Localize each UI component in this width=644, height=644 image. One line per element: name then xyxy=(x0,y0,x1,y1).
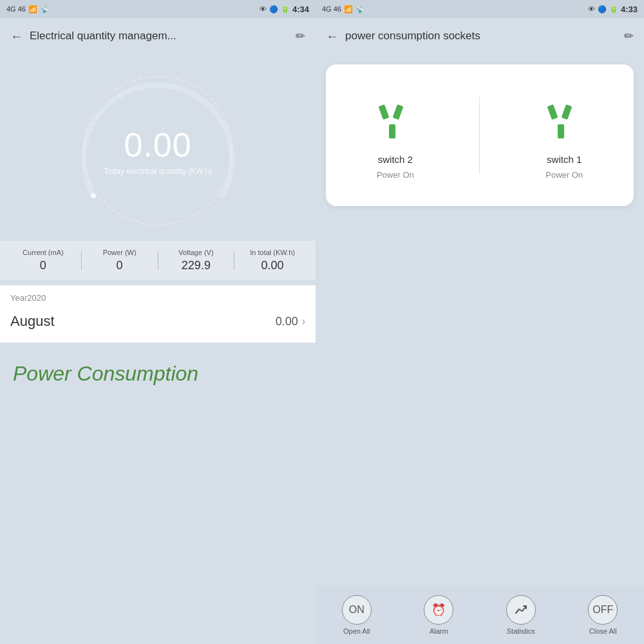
open-all-icon-label: ON xyxy=(349,604,365,616)
right-edit-button[interactable]: ✏ xyxy=(624,29,634,43)
right-bt-icon: 🔵 xyxy=(598,5,607,14)
alarm-icon: ⏰ xyxy=(424,595,453,625)
toolbar-statistics[interactable]: Statistics xyxy=(506,595,536,635)
metric-intotal: In total (KW.h) 0.00 xyxy=(234,249,310,272)
chevron-right-icon: › xyxy=(302,316,305,327)
right-status-info: 4G 46 📶 📡 xyxy=(322,5,365,14)
gauge-label: Today electrical quantity (KW.h) xyxy=(104,167,212,176)
close-all-icon-label: OFF xyxy=(592,604,613,616)
socket-card-divider xyxy=(479,97,480,174)
left-status-right: 👁 🔵 🔋 4:34 xyxy=(260,5,309,14)
socket-svg-switch2 xyxy=(366,91,424,149)
gauge-value: 0.00 xyxy=(104,126,212,164)
socket-item-switch1: switch 1 Power On xyxy=(535,91,593,180)
alarm-icon-symbol: ⏰ xyxy=(431,603,446,617)
metric-voltage-label: Voltage (V) xyxy=(158,249,234,256)
power-consumption-label: Power Consumption xyxy=(13,362,303,386)
svg-rect-6 xyxy=(558,124,564,138)
statistics-chart-icon xyxy=(514,603,528,617)
right-wifi-icon: 📡 xyxy=(355,5,365,14)
metric-current: Current (mA) 0 xyxy=(5,249,81,272)
right-battery-icon: 🔋 xyxy=(609,5,618,14)
right-carrier: 4G 46 xyxy=(322,5,341,13)
metric-power-label: Power (W) xyxy=(82,249,158,256)
month-row[interactable]: August 0.00 › xyxy=(10,308,305,335)
metric-current-label: Current (mA) xyxy=(5,249,81,256)
svg-rect-5 xyxy=(562,104,573,120)
metrics-row: Current (mA) 0 Power (W) 0 Voltage (V) 2… xyxy=(0,241,316,280)
gauge-section: 0.00 Today electrical quantity (KW.h) xyxy=(0,54,316,241)
switch1-name: switch 1 xyxy=(547,154,582,165)
right-status-bar: 4G 46 📶 📡 👁 🔵 🔋 4:33 xyxy=(316,0,644,18)
metric-current-value: 0 xyxy=(5,259,81,272)
left-page-title: Electrical quantity managem... xyxy=(30,30,289,43)
right-signal-icon: 📶 xyxy=(344,5,353,14)
metric-power: Power (W) 0 xyxy=(82,249,158,272)
left-wifi-icon: 📡 xyxy=(40,5,49,14)
svg-rect-4 xyxy=(547,104,558,120)
switch2-name: switch 2 xyxy=(378,154,413,165)
statistics-label: Statistics xyxy=(507,627,535,635)
bottom-toolbar: ON Open All ⏰ Alarm Statistics OFF Clo xyxy=(316,586,644,644)
gauge-container: 0.00 Today electrical quantity (KW.h) xyxy=(74,67,242,234)
socket-item-switch2: switch 2 Power On xyxy=(366,91,424,180)
metric-voltage: Voltage (V) 229.9 xyxy=(158,249,234,272)
alarm-label: Alarm xyxy=(430,627,448,635)
year-label: Year2020 xyxy=(10,293,305,303)
left-panel: 4G 46 📶 📡 👁 🔵 🔋 4:34 ← Electrical quanti… xyxy=(0,0,316,644)
svg-rect-3 xyxy=(389,124,395,138)
right-eye-icon: 👁 xyxy=(588,5,595,13)
power-label-section: Power Consumption xyxy=(0,343,316,405)
metric-voltage-value: 229.9 xyxy=(158,259,234,272)
statistics-icon xyxy=(506,595,536,625)
right-time: 4:33 xyxy=(621,5,638,14)
metric-power-value: 0 xyxy=(82,259,158,272)
metric-intotal-value: 0.00 xyxy=(234,259,310,272)
socket-icon-switch2 xyxy=(366,91,424,149)
switch1-status: Power On xyxy=(545,170,583,180)
open-all-label: Open All xyxy=(343,627,370,635)
month-value-row: 0.00 › xyxy=(276,315,305,328)
socket-svg-switch1 xyxy=(535,91,593,149)
svg-rect-2 xyxy=(392,104,403,120)
history-section: Year2020 August 0.00 › xyxy=(0,285,316,343)
left-battery-icon: 🔋 xyxy=(281,5,290,14)
toolbar-open-all[interactable]: ON Open All xyxy=(342,595,372,635)
left-bt-icon: 🔵 xyxy=(269,5,278,14)
gauge-text: 0.00 Today electrical quantity (KW.h) xyxy=(104,126,212,176)
left-signal-icon: 📶 xyxy=(28,5,37,14)
left-status-bar: 4G 46 📶 📡 👁 🔵 🔋 4:34 xyxy=(0,0,316,18)
right-status-right: 👁 🔵 🔋 4:33 xyxy=(588,5,638,14)
close-all-icon: OFF xyxy=(588,595,618,625)
left-time: 4:34 xyxy=(292,5,309,14)
socket-card: switch 2 Power On switch 1 Power On xyxy=(326,64,634,206)
close-all-label: Close All xyxy=(589,627,617,635)
socket-icon-switch1 xyxy=(535,91,593,149)
left-edit-button[interactable]: ✏ xyxy=(296,29,305,43)
month-value: 0.00 xyxy=(276,315,298,328)
svg-rect-1 xyxy=(378,104,389,120)
left-carrier: 4G 46 xyxy=(6,5,26,13)
toolbar-close-all[interactable]: OFF Close All xyxy=(588,595,618,635)
right-panel: 4G 46 📶 📡 👁 🔵 🔋 4:33 ← power consumption… xyxy=(316,0,644,644)
month-name: August xyxy=(10,313,55,330)
left-back-button[interactable]: ← xyxy=(10,29,23,44)
metric-intotal-label: In total (KW.h) xyxy=(234,249,310,256)
right-back-button[interactable]: ← xyxy=(326,29,339,44)
right-header: ← power consumption sockets ✏ xyxy=(316,18,644,54)
left-header: ← Electrical quantity managem... ✏ xyxy=(0,18,316,54)
toolbar-alarm[interactable]: ⏰ Alarm xyxy=(424,595,453,635)
right-page-title: power consumption sockets xyxy=(345,30,618,43)
left-status-info: 4G 46 📶 📡 xyxy=(6,5,49,14)
open-all-icon: ON xyxy=(342,595,372,625)
switch2-status: Power On xyxy=(377,170,414,180)
left-eye-icon: 👁 xyxy=(260,5,267,13)
